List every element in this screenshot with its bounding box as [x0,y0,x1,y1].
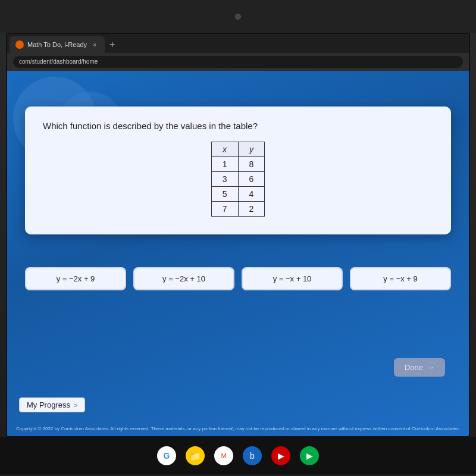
taskbar-blue-icon[interactable]: b [243,446,262,465]
active-tab[interactable]: Math To Do, i-Ready × [10,36,105,53]
answer-choice-c[interactable]: y = −x + 10 [242,267,343,290]
taskbar-folder-icon[interactable]: 📁 [186,446,205,465]
table-container: x y 18365472 [43,142,433,217]
done-arrow-icon: → [427,363,434,372]
screen: Math To Do, i-Ready × + com/student/dash… [6,33,470,437]
tab-favicon [15,40,24,49]
values-table: x y 18365472 [211,142,265,217]
browser-tabs: Math To Do, i-Ready × + [7,34,469,53]
answer-choice-a[interactable]: y = −2x + 9 [25,267,126,290]
table-row: 54 [211,187,265,202]
top-bezel [0,0,476,33]
cell-y: 2 [238,202,265,217]
url-display[interactable]: com/student/dashboard/home [13,56,463,68]
col-y-header: y [238,142,265,157]
cell-x: 7 [211,202,238,217]
my-progress-bar: My Progress > [19,397,85,412]
table-row: 36 [211,172,265,187]
cell-y: 4 [238,187,265,202]
browser-chrome: Math To Do, i-Ready × + com/student/dash… [7,34,469,71]
copyright-bar: Copyright © 2022 by Curriculum Associate… [7,426,469,431]
my-progress-label: My Progress [27,400,70,409]
address-bar: com/student/dashboard/home [7,53,469,71]
cell-x: 1 [211,157,238,172]
progress-chevron-icon: > [74,402,77,409]
taskbar-youtube-icon[interactable]: ▶ [271,446,290,465]
answer-choices: y = −2x + 9y = −2x + 10y = −x + 10y = −x… [25,267,451,290]
done-label: Done [405,363,423,372]
col-x-header: x [211,142,238,157]
new-tab-button[interactable]: + [105,36,120,53]
taskbar-green-icon[interactable]: ▶ [300,446,319,465]
taskbar-gmail-icon[interactable]: M [214,446,233,465]
table-row: 18 [211,157,265,172]
content-area: Which function is described by the value… [7,71,469,436]
cell-x: 3 [211,172,238,187]
cell-y: 8 [238,157,265,172]
camera-dot [235,14,241,20]
laptop-frame: Math To Do, i-Ready × + com/student/dash… [0,0,476,476]
answer-choice-b[interactable]: y = −2x + 10 [133,267,234,290]
tab-label: Math To Do, i-Ready [27,41,87,48]
my-progress-button[interactable]: My Progress > [19,397,85,412]
answer-choice-d[interactable]: y = −x + 9 [350,267,451,290]
tab-close-button[interactable]: × [90,40,99,49]
cell-y: 6 [238,172,265,187]
table-row: 72 [211,202,265,217]
taskbar-google-icon[interactable]: G [157,446,176,465]
cell-x: 5 [211,187,238,202]
taskbar: G 📁 M b ▶ ▶ [0,437,476,474]
question-text: Which function is described by the value… [43,121,433,131]
question-card: Which function is described by the value… [25,107,451,234]
done-button[interactable]: Done → [394,358,445,377]
